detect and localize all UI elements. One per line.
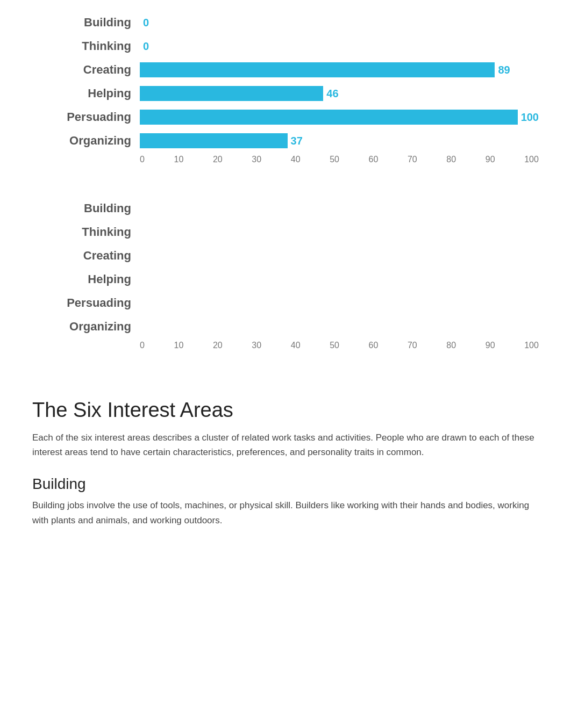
building-subsection-title: Building [32,475,539,493]
chart-1-label-thinking: Thinking [32,34,140,58]
bar2-organizing [140,315,539,338]
chart-2-label-building: Building [32,197,140,220]
chart-1-axis: 0 10 20 30 40 50 60 70 80 90 100 [140,153,539,164]
chart-2-label-organizing: Organizing [32,315,140,338]
chart-2-axis: 0 10 20 30 40 50 60 70 80 90 100 [140,338,539,350]
chart-1-label-organizing: Organizing [32,129,140,153]
bar-creating: 89 [140,58,539,82]
bar-organizing-value: 37 [291,135,303,147]
bar-creating-value: 89 [498,64,510,76]
chart-2-label-helping: Helping [32,268,140,291]
chart-1-bars: 0 0 89 46 [140,11,539,164]
bar2-thinking [140,220,539,244]
bar-persuading-value: 100 [521,111,539,124]
chart-2-label-creating: Creating [32,244,140,268]
chart-2-label-persuading: Persuading [32,291,140,315]
bar2-helping [140,268,539,291]
chart-2: Building Thinking Creating Helping Persu… [32,197,539,350]
bar-helping-value: 46 [326,88,338,100]
chart-1-label-building: Building [32,11,140,34]
bar-persuading: 100 [140,105,539,129]
bar-creating-fill [140,62,495,77]
bar-helping-fill [140,86,323,101]
chart-1-label-helping: Helping [32,82,140,105]
bar-persuading-fill [140,110,518,125]
bar2-creating [140,244,539,268]
bar-organizing: 37 [140,129,539,153]
chart-2-bars: 0 10 20 30 40 50 60 70 80 90 100 [140,197,539,350]
bar-helping: 46 [140,82,539,105]
bar-building-value: 0 [143,17,149,29]
bar-organizing-fill [140,133,288,148]
six-interest-areas-title: The Six Interest Areas [32,399,539,422]
chart-1-label-creating: Creating [32,58,140,82]
building-subsection-text: Building jobs involve the use of tools, … [32,498,539,527]
chart-1-bars-rows: 0 0 89 46 [140,11,539,153]
bar2-persuading [140,291,539,315]
chart-1: Building Thinking Creating Helping Persu… [32,11,539,164]
bar-thinking-value: 0 [143,40,149,53]
bar-building: 0 [140,11,539,34]
chart-1-label-persuading: Persuading [32,105,140,129]
six-interest-areas-description: Each of the six interest areas describes… [32,430,539,459]
chart-2-bars-rows [140,197,539,338]
bar-thinking: 0 [140,34,539,58]
chart-2-labels: Building Thinking Creating Helping Persu… [32,197,140,350]
bar2-building [140,197,539,220]
chart-2-label-thinking: Thinking [32,220,140,244]
chart-1-labels: Building Thinking Creating Helping Persu… [32,11,140,164]
